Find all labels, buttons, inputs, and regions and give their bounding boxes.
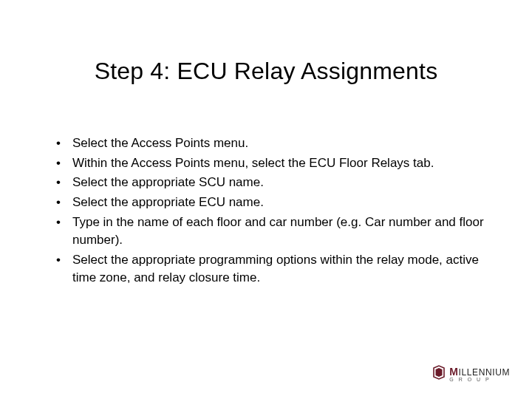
list-item: Type in the name of each floor and car n… (53, 214, 488, 250)
list-item: Select the appropriate programming optio… (53, 251, 488, 287)
slide: Step 4: ECU Relay Assignments Select the… (0, 0, 532, 399)
brand-logo: MILLENNIUM G R O U P (432, 365, 510, 383)
slide-body: Select the Access Points menu. Within th… (53, 134, 488, 289)
bullet-list: Select the Access Points menu. Within th… (53, 134, 488, 287)
list-item: Select the appropriate ECU name. (53, 194, 488, 212)
svg-marker-1 (436, 368, 443, 377)
logo-mark-icon (432, 365, 446, 383)
list-item: Select the Access Points menu. (53, 134, 488, 153)
slide-title: Step 4: ECU Relay Assignments (0, 58, 532, 85)
list-item: Select the appropriate SCU name. (53, 174, 488, 192)
logo-text: MILLENNIUM G R O U P (449, 366, 510, 382)
logo-brand-rest: ILLENNIUM (459, 367, 510, 378)
list-item: Within the Access Points menu, select th… (53, 154, 488, 173)
logo-subtext: G R O U P (449, 377, 510, 382)
